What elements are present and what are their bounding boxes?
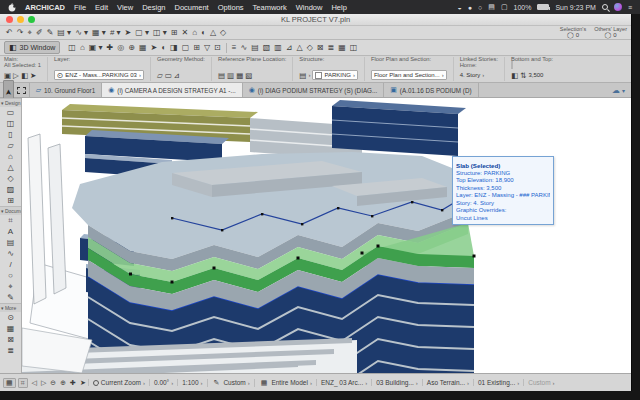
others-oval-icon[interactable]: ◯ — [605, 32, 612, 38]
document-tool-icon[interactable]: ✎ — [7, 292, 14, 303]
toolbar-icon[interactable]: ▧ — [261, 42, 273, 54]
toolbar-icon[interactable]: ➤ — [149, 42, 160, 54]
quick-options-button[interactable]: ▦ — [3, 378, 16, 388]
document-tool-icon[interactable]: ○ — [8, 270, 13, 281]
toolbar-icon[interactable]: ▤ — [249, 42, 261, 54]
toolbar-icon[interactable]: ⊕ — [126, 42, 137, 54]
existing-combo-control[interactable]: 01 Existing... › — [473, 379, 523, 386]
menu-archicad[interactable]: ARCHICAD — [25, 3, 65, 12]
toolbar-icon[interactable]: ✐ — [34, 27, 45, 39]
toolbar-icon[interactable]: ∿ — [238, 42, 249, 54]
home-story-value[interactable]: 4. Story — [460, 72, 481, 78]
toolbar-icon[interactable]: ⊞ — [191, 42, 202, 54]
tracker-button[interactable]: ⌗ — [18, 378, 28, 388]
design-tool-icon[interactable]: △ — [7, 162, 13, 173]
toolbar-icon[interactable]: ∿ ▾ — [73, 27, 90, 39]
more-tool-icon[interactable]: ⊙ — [7, 312, 14, 323]
3d-window-button[interactable]: ◧ 3D Window — [4, 41, 60, 54]
toolbar-icon[interactable]: ⊡ — [212, 42, 223, 54]
toolbar-icon[interactable]: ⊞ — [169, 27, 180, 39]
tab-ds-podium-layout[interactable]: ▣ (A.01.16 DS PODIUM (D) — [384, 83, 478, 97]
display-icon[interactable]: ▢ — [501, 3, 508, 11]
toolbar-icon[interactable]: △ — [295, 42, 305, 54]
toolbar-icon[interactable]: ▢ ▾ — [133, 27, 151, 39]
toolbar-icon[interactable]: ≣ — [326, 42, 337, 54]
more-tool-icon[interactable]: ▦ — [7, 323, 15, 334]
building-combo-control[interactable]: 03 Building... › — [371, 379, 422, 386]
reference-plane-icon[interactable]: ▦ — [236, 72, 243, 80]
document-tool-icon[interactable]: / — [9, 259, 11, 270]
toolbar-icon[interactable]: ▥ — [272, 42, 284, 54]
design-tool-icon[interactable]: ⊞ — [7, 195, 14, 206]
apple-icon[interactable] — [8, 3, 16, 12]
pan-icon[interactable]: ✚ — [68, 379, 78, 387]
menu-window[interactable]: Window — [296, 3, 323, 12]
main-tool-icon[interactable]: ➤ — [30, 72, 36, 80]
document-tool-icon[interactable]: A — [8, 226, 13, 237]
layer-combination-control[interactable]: ENZ_ 03 Arc... › — [316, 379, 371, 386]
more-tool-icon[interactable]: ⊠ — [7, 334, 14, 345]
3d-viewport[interactable]: Slab (Selected) Structure: PARKINGTop El… — [22, 98, 631, 373]
model-filter-control[interactable]: ▦ Entire Model › — [254, 379, 316, 387]
teamwork-cloud-control[interactable]: ☁ ▾ — [606, 83, 631, 97]
toolbar-icon[interactable]: ◨ — [168, 42, 180, 54]
toolbox-section-more[interactable]: ▾ More — [0, 303, 21, 312]
menu-options[interactable]: Options — [218, 3, 244, 12]
geometry-method-icon[interactable]: ▱ — [157, 72, 163, 80]
recording-dot-icon[interactable]: ● — [468, 4, 472, 11]
zoom-in-icon[interactable]: ⊕ — [58, 379, 68, 387]
toolbar-icon[interactable]: ▢ — [180, 42, 192, 54]
toolbar-icon[interactable]: ↶ — [4, 27, 15, 39]
spotlight-icon[interactable] — [602, 4, 608, 10]
tab-ground-floor[interactable]: ▱ 10. Ground Floor1 — [30, 83, 103, 97]
zoom-out-icon[interactable]: ⊖ — [48, 379, 58, 387]
layer-dropdown[interactable]: ⊙ ENZ - Mass...PARKING 03 › — [54, 70, 144, 80]
toolbar-icon[interactable]: ◎ — [115, 42, 126, 54]
toolbar-icon[interactable]: # ▾ — [108, 27, 123, 39]
menu-design[interactable]: Design — [142, 3, 165, 12]
toolbar-icon[interactable]: ⌂ — [78, 42, 87, 54]
reference-plane-icon[interactable]: ▥ — [227, 72, 234, 80]
menu-view[interactable]: View — [117, 3, 133, 12]
toolbar-icon[interactable]: ✎ — [45, 27, 56, 39]
toolbar-icon[interactable]: ◫ — [348, 42, 360, 54]
design-tool-icon[interactable]: ▨ — [7, 184, 15, 195]
toolbar-icon[interactable]: ◇ — [305, 42, 315, 54]
structure-dropdown[interactable]: PARKING › — [312, 70, 358, 80]
tab-camera-a-design-strategy[interactable]: ◉ (i) CAMERA A DESIGN STRATEGY A1 -... — [102, 83, 243, 97]
toolbar-icon[interactable]: ↷ — [15, 27, 26, 39]
pen-set-control[interactable]: ✎ Custom › — [207, 379, 254, 387]
toolbar-icon[interactable]: ⊠ — [315, 42, 326, 54]
design-tool-icon[interactable]: ⌂ — [8, 151, 13, 162]
eye-icon[interactable]: ⊙ — [57, 72, 63, 80]
document-tool-icon[interactable]: ▤ — [7, 237, 15, 248]
tab-diag-podium-strategy[interactable]: ◉ (i) DIAG PODIUM STRATEGY (S) (DIAG... — [243, 83, 385, 97]
menu-edit[interactable]: Edit — [95, 3, 108, 12]
reference-plane-icon[interactable]: ▧ — [245, 72, 252, 80]
menu-document[interactable]: Document — [175, 3, 209, 12]
floorplan-dropdown[interactable]: Floor Plan and Section... › — [371, 70, 447, 80]
rotation-control[interactable]: 0.00° › — [149, 379, 177, 386]
structure-type-icon[interactable]: ▤ — [299, 72, 306, 80]
toolbar-icon[interactable]: ⊿ — [284, 42, 295, 54]
toolbar-icon[interactable]: ◫ — [66, 42, 78, 54]
toolbar-icon[interactable]: ▦ ▾ — [90, 27, 108, 39]
toolbar-icon[interactable]: ◐ — [159, 42, 168, 54]
keyboard-icon[interactable]: ▤ — [488, 3, 495, 11]
document-tool-icon[interactable]: ∿ — [7, 248, 14, 259]
toolbar-icon[interactable]: ▽ — [202, 42, 212, 54]
arrow-tool-button[interactable]: ➤ — [3, 80, 14, 100]
more-tool-icon[interactable]: ≣ — [7, 345, 14, 356]
notification-center-icon[interactable]: ≡ — [628, 4, 632, 11]
menu-help[interactable]: Help — [331, 3, 346, 12]
main-tool-icon[interactable]: ▣ — [4, 72, 11, 80]
reference-plane-icon[interactable]: ▤ — [218, 72, 225, 80]
design-tool-icon[interactable]: ◫ — [7, 118, 15, 129]
drop-icon[interactable]: ○ — [478, 4, 482, 11]
main-tool-icon[interactable]: ▷ — [13, 72, 19, 80]
document-tool-icon[interactable]: ⌗ — [8, 215, 13, 226]
siri-icon[interactable] — [614, 3, 622, 11]
toolbar-icon[interactable]: ⌖ — [25, 27, 34, 39]
geometry-method-icon[interactable]: ▭ — [165, 72, 172, 80]
current-zoom-control[interactable]: Current Zoom › — [88, 379, 149, 386]
